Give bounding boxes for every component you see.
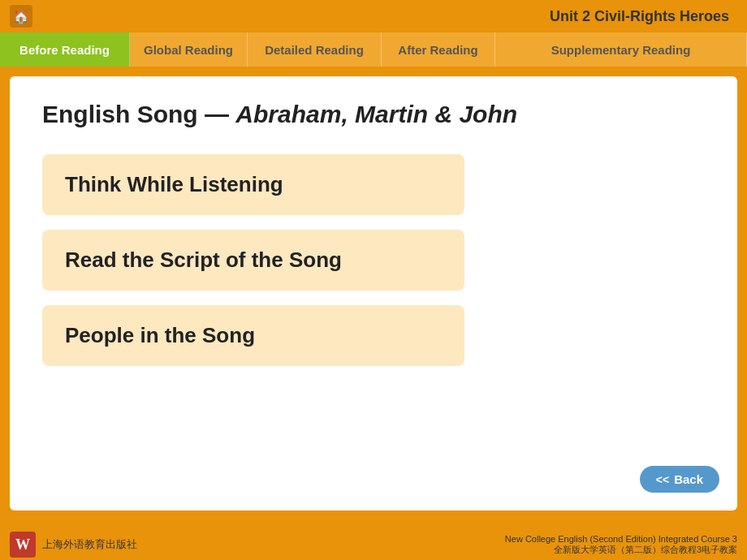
publisher-w-icon: W xyxy=(10,532,36,558)
title-italic: Abraham, Martin & John xyxy=(235,101,517,127)
menu-item-people[interactable]: People in the Song xyxy=(42,305,464,366)
publisher-name: 上海外语教育出版社 xyxy=(42,537,137,552)
page-title: English Song — Abraham, Martin & John xyxy=(42,101,705,128)
back-arrow-icon: << xyxy=(656,473,669,486)
back-label: Back xyxy=(674,472,703,486)
title-prefix: English Song — xyxy=(42,101,235,127)
tab-supplementary-reading[interactable]: Supplementary Reading xyxy=(495,32,747,67)
tab-detailed-reading[interactable]: Detailed Reading xyxy=(248,32,382,67)
main-content: English Song — Abraham, Martin & John Th… xyxy=(10,76,737,510)
copyright-line2: 全新版大学英语（第二版）综合教程3电子教案 xyxy=(505,544,737,556)
footer-copyright: New College English (Second Edition) Int… xyxy=(505,534,737,556)
tab-global-reading[interactable]: Global Reading xyxy=(130,32,248,67)
publisher-logo: W 上海外语教育出版社 xyxy=(10,532,137,558)
back-button[interactable]: << Back xyxy=(640,466,719,493)
bottom-bar: W 上海外语教育出版社 New College English (Second … xyxy=(0,529,747,560)
home-icon[interactable]: 🏠 xyxy=(10,5,32,28)
unit-title: Unit 2 Civil-Rights Heroes xyxy=(550,8,737,25)
menu-item-script[interactable]: Read the Script of the Song xyxy=(42,230,464,291)
menu-item-think[interactable]: Think While Listening xyxy=(42,154,464,215)
tab-after-reading[interactable]: After Reading xyxy=(382,32,495,67)
nav-tabs: Before Reading Global Reading Detailed R… xyxy=(0,32,747,67)
tab-before-reading[interactable]: Before Reading xyxy=(0,32,130,67)
top-bar: 🏠 Unit 2 Civil-Rights Heroes xyxy=(0,0,747,32)
copyright-line1: New College English (Second Edition) Int… xyxy=(505,534,737,544)
